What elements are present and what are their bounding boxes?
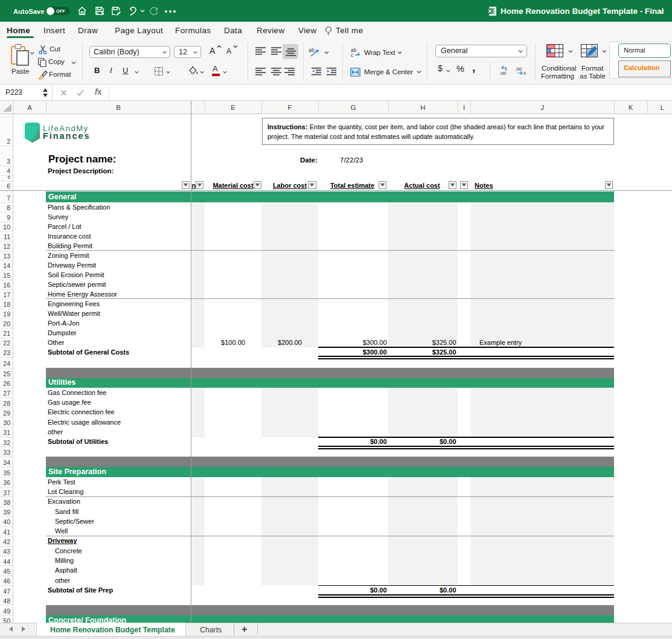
- svg-text:ab: ab: [309, 47, 315, 53]
- svg-text:0: 0: [505, 67, 507, 71]
- svg-text:.00: .00: [515, 66, 522, 72]
- svg-text:0: 0: [523, 71, 526, 75]
- svg-text:.00: .00: [499, 71, 507, 75]
